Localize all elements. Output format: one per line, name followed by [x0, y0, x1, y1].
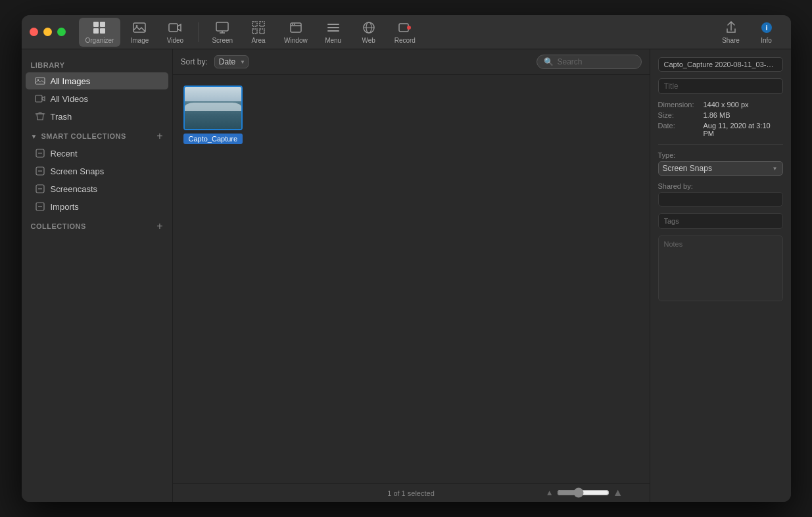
- notes-textarea[interactable]: [658, 235, 783, 301]
- svg-rect-10: [252, 29, 257, 34]
- web-icon: [362, 20, 376, 35]
- svg-rect-16: [327, 27, 339, 28]
- sidebar-item-recent[interactable]: Recent: [26, 145, 168, 162]
- sidebar-item-screencasts[interactable]: Screencasts: [26, 180, 168, 197]
- svg-point-21: [407, 26, 411, 30]
- sidebar-item-imports[interactable]: Imports: [26, 198, 168, 215]
- dimension-value: 1440 x 900 px: [704, 101, 749, 109]
- smart-collections-add-button[interactable]: +: [156, 131, 162, 141]
- svg-rect-6: [169, 24, 178, 32]
- record-label: Record: [394, 37, 416, 44]
- organizer-button[interactable]: Organizer: [79, 18, 121, 47]
- svg-point-13: [292, 24, 293, 25]
- area-button[interactable]: Area: [242, 18, 275, 47]
- dimension-label: Dimension:: [658, 101, 701, 109]
- grid-item[interactable]: Capto_Capture: [183, 86, 243, 144]
- screencasts-label: Screencasts: [51, 184, 98, 194]
- toolbar-left-group: Organizer Image: [79, 18, 422, 47]
- grid-thumbnail: [183, 86, 243, 130]
- all-images-icon: [35, 76, 45, 86]
- all-videos-icon: [35, 93, 45, 104]
- sidebar-item-trash[interactable]: Trash: [26, 108, 168, 125]
- sidebar-item-all-videos[interactable]: All Videos: [26, 90, 168, 107]
- info-icon: i: [759, 20, 774, 35]
- svg-rect-1: [100, 22, 105, 27]
- trash-icon: [35, 111, 45, 122]
- search-input[interactable]: [558, 57, 634, 66]
- info-type-section: Type: Screen Snaps Screencast Import: [658, 151, 783, 176]
- svg-rect-20: [399, 24, 408, 32]
- minimize-button[interactable]: [43, 28, 52, 36]
- svg-rect-2: [93, 28, 99, 34]
- info-label: Info: [761, 37, 772, 44]
- menu-button[interactable]: Menu: [317, 18, 350, 47]
- tags-input[interactable]: [658, 213, 783, 229]
- image-button[interactable]: Image: [123, 18, 156, 47]
- svg-rect-3: [100, 28, 105, 34]
- date-label: Date:: [658, 122, 701, 130]
- svg-rect-26: [36, 95, 42, 102]
- titlebar: Organizer Image: [22, 15, 791, 49]
- info-dimension-row: Dimension: 1440 x 900 px: [658, 101, 783, 109]
- sort-select-wrap: Date: [214, 55, 249, 68]
- smart-collections-header-left: ▼ SMART COLLECTIONS: [31, 132, 126, 140]
- all-videos-label: All Videos: [51, 94, 89, 104]
- screen-snaps-label: Screen Snaps: [51, 166, 105, 176]
- traffic-lights: [30, 28, 66, 36]
- svg-rect-7: [216, 22, 228, 31]
- menu-label: Menu: [325, 37, 341, 44]
- svg-rect-15: [327, 24, 339, 25]
- svg-point-14: [294, 24, 295, 25]
- info-meta: Dimension: 1440 x 900 px Size: 1.86 MB D…: [658, 101, 783, 137]
- status-text: 1 of 1 selected: [387, 489, 435, 497]
- smart-collections-collapse-icon[interactable]: ▼: [31, 133, 37, 140]
- area-label: Area: [252, 37, 266, 44]
- date-value: Aug 11, 2020 at 3:10 PM: [704, 122, 783, 137]
- shared-by-label: Shared by:: [658, 182, 783, 190]
- shared-by-input: [658, 192, 783, 207]
- size-label: Size:: [658, 111, 701, 119]
- svg-rect-8: [252, 22, 257, 26]
- collections-add-button[interactable]: +: [156, 221, 162, 232]
- web-button[interactable]: Web: [352, 18, 385, 47]
- screencasts-icon: [35, 184, 45, 194]
- svg-rect-17: [327, 30, 339, 32]
- info-title-input[interactable]: [658, 78, 783, 94]
- info-tags-section: [658, 213, 783, 229]
- share-button[interactable]: Share: [715, 18, 748, 47]
- info-divider-1: [658, 144, 783, 145]
- collections-label: COLLECTIONS: [31, 222, 86, 230]
- toolbar-right-group: Share i Info: [715, 18, 783, 47]
- record-icon: [398, 20, 412, 35]
- smart-collections-label: SMART COLLECTIONS: [41, 132, 126, 140]
- status-bar: 1 of 1 selected ▲ ▲: [173, 483, 650, 502]
- info-button[interactable]: i Info: [750, 18, 783, 47]
- window-button[interactable]: Window: [277, 18, 314, 47]
- info-notes-section: [658, 235, 783, 304]
- sort-select[interactable]: Date: [214, 55, 249, 68]
- info-size-row: Size: 1.86 MB: [658, 111, 783, 119]
- window-label: Window: [284, 37, 308, 44]
- all-images-label: All Images: [51, 76, 91, 86]
- organizer-label: Organizer: [85, 37, 114, 44]
- sidebar-item-screen-snaps[interactable]: Screen Snaps: [26, 162, 168, 180]
- svg-text:i: i: [765, 24, 767, 32]
- svg-rect-9: [260, 22, 264, 26]
- screen-button[interactable]: Screen: [205, 18, 239, 47]
- video-button[interactable]: Video: [158, 18, 191, 47]
- screen-icon: [215, 20, 229, 35]
- sort-by-label: Sort by:: [181, 57, 208, 66]
- zoom-slider[interactable]: [557, 487, 609, 498]
- window-icon: [289, 20, 303, 35]
- type-select[interactable]: Screen Snaps Screencast Import: [658, 161, 783, 176]
- record-button[interactable]: Record: [388, 18, 422, 47]
- svg-rect-11: [260, 29, 264, 34]
- grid-area: Capto_Capture: [173, 75, 650, 483]
- type-select-wrap: Screen Snaps Screencast Import: [658, 161, 783, 176]
- sidebar-item-all-images[interactable]: All Images: [26, 72, 168, 89]
- content-toolbar: Sort by: Date 🔍: [173, 49, 650, 75]
- close-button[interactable]: [30, 28, 38, 36]
- screen-label: Screen: [212, 37, 233, 44]
- toolbar-divider-1: [198, 22, 199, 42]
- maximize-button[interactable]: [57, 28, 66, 36]
